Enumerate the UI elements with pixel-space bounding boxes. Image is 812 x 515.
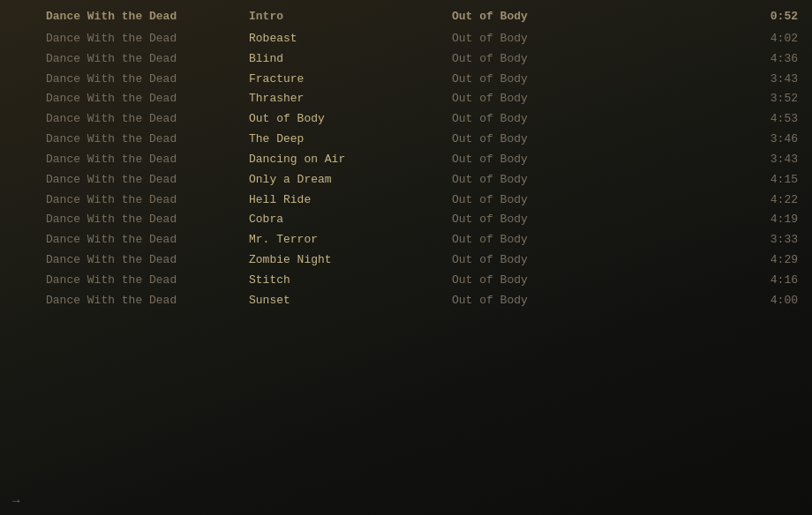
track-album: Out of Body xyxy=(452,152,611,168)
track-list-header: Dance With the Dead Intro Out of Body 0:… xyxy=(0,7,812,29)
track-title: Out of Body xyxy=(249,111,452,128)
track-row[interactable]: Dance With the DeadMr. TerrorOut of Body… xyxy=(0,230,812,250)
track-duration: 4:22 xyxy=(745,192,798,209)
track-row[interactable]: Dance With the DeadOnly a DreamOut of Bo… xyxy=(0,170,812,190)
track-duration: 3:33 xyxy=(745,232,798,249)
track-title: Dancing on Air xyxy=(249,152,452,168)
track-title: Mr. Terror xyxy=(249,232,452,249)
track-album: Out of Body xyxy=(452,293,611,310)
track-artist: Dance With the Dead xyxy=(46,212,249,228)
track-spacer xyxy=(611,131,745,148)
track-duration: 4:29 xyxy=(745,252,798,269)
track-album: Out of Body xyxy=(452,31,611,48)
track-spacer xyxy=(611,293,745,310)
track-album: Out of Body xyxy=(452,172,611,189)
track-album: Out of Body xyxy=(452,272,611,289)
track-title: Fracture xyxy=(249,71,452,88)
track-title: Only a Dream xyxy=(249,172,452,189)
track-row[interactable]: Dance With the DeadThe DeepOut of Body3:… xyxy=(0,130,812,150)
track-title: Blind xyxy=(249,51,452,68)
track-title: Cobra xyxy=(249,212,452,228)
track-artist: Dance With the Dead xyxy=(46,71,249,88)
track-spacer xyxy=(611,152,745,168)
track-artist: Dance With the Dead xyxy=(46,272,249,289)
track-duration: 3:52 xyxy=(745,91,798,108)
track-spacer xyxy=(611,31,745,48)
track-artist: Dance With the Dead xyxy=(46,91,249,108)
track-title: Hell Ride xyxy=(249,192,452,209)
track-album: Out of Body xyxy=(452,192,611,209)
track-duration: 4:02 xyxy=(745,31,798,48)
track-artist: Dance With the Dead xyxy=(46,192,249,209)
track-duration: 3:43 xyxy=(745,152,798,168)
track-row[interactable]: Dance With the DeadZombie NightOut of Bo… xyxy=(0,250,812,271)
track-title: Thrasher xyxy=(249,91,452,108)
track-artist: Dance With the Dead xyxy=(46,152,249,168)
header-duration: 0:52 xyxy=(745,9,798,26)
header-spacer xyxy=(611,9,745,26)
track-artist: Dance With the Dead xyxy=(46,31,249,48)
track-artist: Dance With the Dead xyxy=(46,51,249,68)
track-album: Out of Body xyxy=(452,252,611,269)
track-duration: 4:00 xyxy=(745,293,798,310)
track-duration: 3:43 xyxy=(745,71,798,88)
track-duration: 3:46 xyxy=(745,131,798,148)
track-spacer xyxy=(611,71,745,88)
track-spacer xyxy=(611,192,745,209)
track-row[interactable]: Dance With the DeadThrasherOut of Body3:… xyxy=(0,89,812,109)
track-album: Out of Body xyxy=(452,212,611,228)
track-album: Out of Body xyxy=(452,51,611,68)
track-spacer xyxy=(611,91,745,108)
track-title: Stitch xyxy=(249,272,452,289)
track-spacer xyxy=(611,232,745,249)
track-duration: 4:36 xyxy=(745,51,798,68)
track-title: Zombie Night xyxy=(249,252,452,269)
track-album: Out of Body xyxy=(452,131,611,148)
track-spacer xyxy=(611,252,745,269)
track-row[interactable]: Dance With the DeadBlindOut of Body4:36 xyxy=(0,49,812,70)
track-artist: Dance With the Dead xyxy=(46,232,249,249)
track-album: Out of Body xyxy=(452,71,611,88)
track-row[interactable]: Dance With the DeadFractureOut of Body3:… xyxy=(0,70,812,90)
track-album: Out of Body xyxy=(452,111,611,128)
track-title: Robeast xyxy=(249,31,452,48)
track-album: Out of Body xyxy=(452,232,611,249)
track-row[interactable]: Dance With the DeadDancing on AirOut of … xyxy=(0,150,812,170)
track-row[interactable]: Dance With the DeadStitchOut of Body4:16 xyxy=(0,271,812,291)
track-title: The Deep xyxy=(249,131,452,148)
track-spacer xyxy=(611,111,745,128)
track-artist: Dance With the Dead xyxy=(46,131,249,148)
track-row[interactable]: Dance With the DeadHell RideOut of Body4… xyxy=(0,190,812,211)
track-artist: Dance With the Dead xyxy=(46,172,249,189)
track-row[interactable]: Dance With the DeadSunsetOut of Body4:00 xyxy=(0,291,812,311)
track-album: Out of Body xyxy=(452,91,611,108)
track-artist: Dance With the Dead xyxy=(46,111,249,128)
track-spacer xyxy=(611,272,745,289)
bottom-arrow: → xyxy=(12,494,19,508)
track-duration: 4:15 xyxy=(745,172,798,189)
header-album: Out of Body xyxy=(452,9,611,26)
track-spacer xyxy=(611,51,745,68)
header-title: Intro xyxy=(249,9,452,26)
track-row[interactable]: Dance With the DeadOut of BodyOut of Bod… xyxy=(0,109,812,130)
track-duration: 4:16 xyxy=(745,272,798,289)
track-duration: 4:53 xyxy=(745,111,798,128)
track-row[interactable]: Dance With the DeadRobeastOut of Body4:0… xyxy=(0,29,812,49)
track-title: Sunset xyxy=(249,293,452,310)
track-list: Dance With the Dead Intro Out of Body 0:… xyxy=(0,0,812,318)
track-artist: Dance With the Dead xyxy=(46,293,249,310)
track-row[interactable]: Dance With the DeadCobraOut of Body4:19 xyxy=(0,210,812,230)
track-spacer xyxy=(611,212,745,228)
header-artist: Dance With the Dead xyxy=(46,9,249,26)
track-duration: 4:19 xyxy=(745,212,798,228)
track-spacer xyxy=(611,172,745,189)
track-artist: Dance With the Dead xyxy=(46,252,249,269)
